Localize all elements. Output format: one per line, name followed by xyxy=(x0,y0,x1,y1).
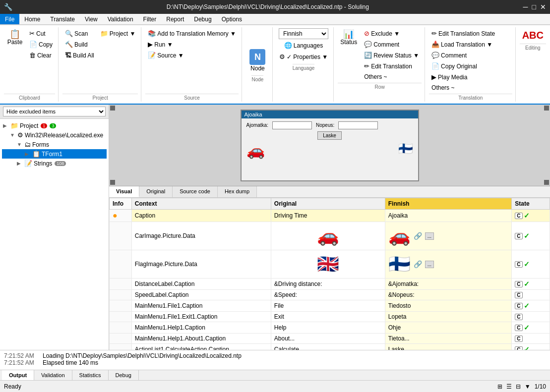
laske-button[interactable]: Laske xyxy=(317,131,342,140)
bottom-tab-output[interactable]: Output xyxy=(2,370,34,380)
tree-tform1[interactable]: ▶ 📋 TForm1 xyxy=(2,149,107,159)
edit-translation-button[interactable]: ✏ Edit Translation xyxy=(362,61,422,71)
status-button[interactable]: 📊 Status xyxy=(338,28,360,82)
paste-button[interactable]: 📋 Paste xyxy=(4,28,26,47)
menu-validation[interactable]: Validation xyxy=(103,14,138,24)
maximize-button[interactable]: □ xyxy=(532,3,536,11)
th-context[interactable]: Context xyxy=(131,198,271,210)
add-translation-memory-button[interactable]: 📚 Add to Translation Memory ▼ xyxy=(145,28,239,39)
cell-finnish[interactable]: &Ajomatka: xyxy=(385,279,512,290)
play-media-button[interactable]: ▶ Play Media xyxy=(429,72,512,82)
split-view-icon[interactable]: ⊟ xyxy=(516,383,521,390)
menu-home[interactable]: Home xyxy=(19,14,45,24)
distance-input[interactable] xyxy=(272,121,312,129)
minimize-button[interactable]: ─ xyxy=(523,3,528,11)
resize-handle-br[interactable] xyxy=(544,180,549,185)
table-row[interactable]: MainMenu1.Help1.About1.CaptionAbout...Ti… xyxy=(110,334,550,344)
table-row[interactable]: CarImage.Picture.Data🚗🚗🔗...C✓ xyxy=(110,222,550,250)
forms-toggle[interactable]: ▼ xyxy=(17,142,23,147)
languages-button[interactable]: 🌐 Languages xyxy=(282,40,325,51)
image-options-button[interactable]: ... xyxy=(425,232,434,240)
run-button[interactable]: ▶ Run ▼ xyxy=(145,39,239,50)
excluded-items-select[interactable]: Hide excluded items Show excluded items xyxy=(3,107,106,116)
comment-translation-button[interactable]: 💬 Comment xyxy=(429,50,512,60)
cell-finnish[interactable]: Ohje xyxy=(385,322,512,334)
menu-report[interactable]: Report xyxy=(161,14,189,24)
table-row[interactable]: MainMenu1.File1.Exit1.CaptionExitLopetaC xyxy=(110,312,550,322)
menu-translate[interactable]: Translate xyxy=(45,14,80,24)
tab-source-code[interactable]: Source code xyxy=(173,186,218,197)
tree-forms[interactable]: ▼ 🗂 Forms xyxy=(2,140,107,149)
cell-finnish[interactable]: Tiedosto xyxy=(385,300,512,312)
comment-row-button[interactable]: 💬 Comment xyxy=(362,39,422,50)
table-row[interactable]: MainMenu1.Help1.CaptionHelpOhjeC✓ xyxy=(110,322,550,334)
table-row[interactable]: ActionList1.CalculateAction.CaptionCalcu… xyxy=(110,344,550,350)
build-all-button[interactable]: 🏗 Build All xyxy=(62,50,97,60)
strings-toggle[interactable]: ▶ xyxy=(17,161,23,166)
build-button[interactable]: 🔨 Build xyxy=(62,39,97,50)
cell-finnish[interactable]: Ajoaika xyxy=(385,210,512,222)
row-others-button[interactable]: Others ~ xyxy=(362,72,422,82)
language-select[interactable]: Finnish English German xyxy=(279,28,328,39)
scan-button[interactable]: 🔍 Scan xyxy=(62,28,97,39)
cell-finnish[interactable]: Tietoa... xyxy=(385,334,512,344)
tree-project[interactable]: ▶ 📁 Project 1 3 xyxy=(2,121,107,130)
bottom-tab-debug[interactable]: Debug xyxy=(109,370,139,380)
cell-info: ● xyxy=(110,210,132,222)
project-button[interactable]: 📁 Project ▼ xyxy=(98,28,138,39)
menu-file[interactable]: File xyxy=(0,14,19,24)
tree-strings[interactable]: ▶ 📝 Strings 108 xyxy=(2,159,107,168)
abc-button[interactable]: ABC xyxy=(520,28,546,43)
cell-finnish[interactable]: Lopeta xyxy=(385,312,512,322)
cell-original: Exit xyxy=(271,312,385,322)
properties-button[interactable]: ⚙ ✓ Properties ▼ xyxy=(277,52,330,62)
resize-handle-tl[interactable] xyxy=(110,106,115,111)
bottom-tab-validation[interactable]: Validation xyxy=(34,370,72,380)
close-button[interactable]: ✕ xyxy=(540,3,546,11)
bottom-tab-statistics[interactable]: Statistics xyxy=(72,370,109,380)
edit-translation-state-button[interactable]: ✏ Edit Translation State xyxy=(429,28,512,39)
review-status-button[interactable]: 🔄 Review Status ▼ xyxy=(362,50,422,60)
th-state[interactable]: State xyxy=(512,198,550,210)
table-row[interactable]: ●CaptionDriving TimeAjoaikaC✓ xyxy=(110,210,550,222)
copy-button[interactable]: 📄 Copy xyxy=(27,39,55,50)
cell-finnish[interactable]: 🇫🇮🔗... xyxy=(385,250,512,279)
project-toggle[interactable]: ▶ xyxy=(3,123,9,128)
resize-handle-tr[interactable] xyxy=(544,106,549,111)
tform1-toggle[interactable]: ▶ xyxy=(25,151,31,157)
menu-options[interactable]: Options xyxy=(217,14,247,24)
table-row[interactable]: FlagImage.Picture.Data🇬🇧🇫🇮🔗...C✓ xyxy=(110,250,550,279)
table-row[interactable]: MainMenu1.File1.CaptionFileTiedostoC✓ xyxy=(110,300,550,312)
source-button[interactable]: 📝 Source ▼ xyxy=(145,50,239,60)
image-options-button[interactable]: ... xyxy=(425,261,434,268)
translation-others-button[interactable]: Others ~ xyxy=(429,83,512,93)
th-finnish[interactable]: Finnish xyxy=(385,198,512,210)
copy-original-button[interactable]: 📄 Copy Original xyxy=(429,61,512,71)
cell-finnish[interactable]: &Nopeus: xyxy=(385,290,512,300)
tab-original[interactable]: Original xyxy=(139,186,173,197)
resize-handle-bl[interactable] xyxy=(110,180,115,185)
tab-hex-dump[interactable]: Hex dump xyxy=(218,186,257,197)
th-original[interactable]: Original xyxy=(271,198,385,210)
build-all-label: Build All xyxy=(73,52,94,59)
cell-finnish[interactable]: Laske xyxy=(385,344,512,350)
table-row[interactable]: SpeedLabel.Caption&Speed:&Nopeus:C xyxy=(110,290,550,300)
exclude-button[interactable]: ⊘ Exclude ▼ xyxy=(362,28,422,39)
title-controls[interactable]: ─ □ ✕ xyxy=(523,3,546,11)
menu-view[interactable]: View xyxy=(80,14,103,24)
node-button[interactable]: N Node xyxy=(246,47,269,74)
speed-input[interactable] xyxy=(338,121,378,129)
menu-debug[interactable]: Debug xyxy=(189,14,216,24)
tree-exe[interactable]: ▼ ⚙ Win32\Release\Localized.exe xyxy=(2,130,107,140)
clear-button[interactable]: 🗑 Clear xyxy=(27,50,55,60)
table-row[interactable]: DistanceLabel.Caption&Driving distance:&… xyxy=(110,279,550,290)
cut-button[interactable]: ✂ Cut xyxy=(27,28,55,39)
menu-filter[interactable]: Filter xyxy=(138,14,162,24)
exe-toggle[interactable]: ▼ xyxy=(10,132,16,138)
cell-finnish[interactable]: 🚗🔗... xyxy=(385,222,512,250)
load-translation-button[interactable]: 📥 Load Translation ▼ xyxy=(429,39,512,50)
tab-visual[interactable]: Visual xyxy=(109,186,139,197)
settings-icon[interactable]: ▼ xyxy=(525,383,531,390)
list-view-icon[interactable]: ☰ xyxy=(506,383,512,390)
grid-view-icon[interactable]: ⊞ xyxy=(497,383,502,390)
